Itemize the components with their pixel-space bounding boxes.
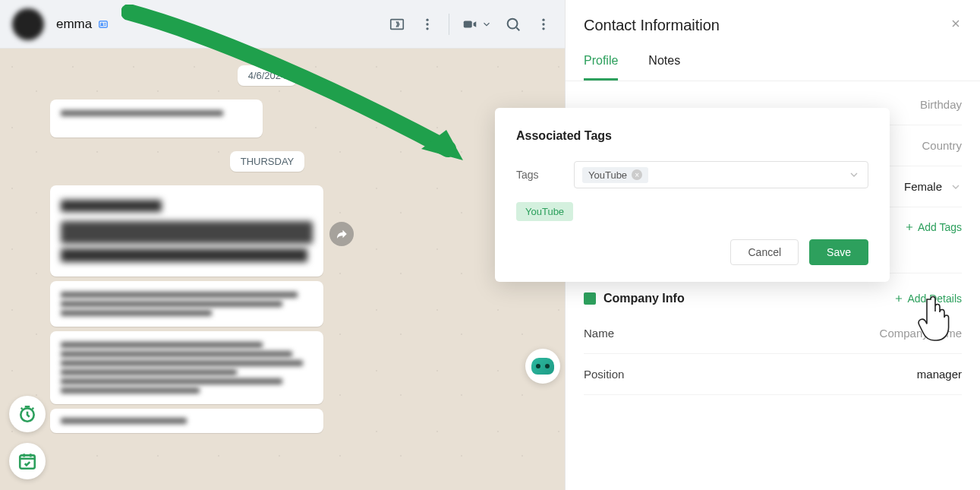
svg-rect-2 xyxy=(391,19,404,29)
birthday-value: Birthday xyxy=(920,98,962,111)
contact-card-icon xyxy=(98,19,109,30)
kebab-icon-1[interactable] xyxy=(418,15,436,33)
plus-icon xyxy=(893,293,904,304)
svg-point-4 xyxy=(426,23,428,25)
contact-avatar[interactable] xyxy=(12,8,44,40)
add-tags-link[interactable]: Add Tags xyxy=(904,221,962,233)
selected-tag-remove-icon[interactable]: × xyxy=(632,169,642,180)
selected-tag-chip[interactable]: YouTube × xyxy=(582,167,648,183)
close-icon[interactable] xyxy=(950,17,962,33)
svg-point-3 xyxy=(426,18,428,21)
panel-title: Contact Informaition xyxy=(584,17,720,34)
field-company-name[interactable]: Name Company Name xyxy=(584,313,962,354)
header-divider xyxy=(449,14,449,35)
tabs: Profile Notes xyxy=(566,48,980,81)
associated-tags-modal: Associated Tags Tags YouTube × YouTube C… xyxy=(495,108,890,282)
cancel-button[interactable]: Cancel xyxy=(730,239,799,265)
contact-name[interactable]: emma xyxy=(56,17,388,32)
svg-point-8 xyxy=(542,18,544,21)
timer-button[interactable] xyxy=(9,396,46,432)
chat-header: emma xyxy=(0,0,565,49)
calendar-button[interactable] xyxy=(9,443,46,479)
chat-panel: emma xyxy=(0,0,565,490)
chat-body[interactable]: 4/6/2024 THURSDAY xyxy=(0,49,565,490)
tab-notes[interactable]: Notes xyxy=(648,48,680,81)
svg-point-9 xyxy=(542,23,544,25)
kebab-icon-2[interactable] xyxy=(534,15,553,33)
svg-rect-6 xyxy=(464,21,472,27)
chat-message[interactable] xyxy=(50,409,323,433)
svg-point-1 xyxy=(101,23,102,24)
contact-name-text: emma xyxy=(56,17,92,32)
chat-message[interactable] xyxy=(50,281,323,327)
position-label: Position xyxy=(584,368,624,381)
svg-rect-12 xyxy=(20,455,35,468)
svg-point-5 xyxy=(426,27,428,30)
modal-title: Associated Tags xyxy=(516,129,868,143)
company-name-label: Name xyxy=(584,327,614,340)
selected-tag-text: YouTube xyxy=(588,169,627,181)
chevron-down-icon xyxy=(950,181,962,193)
quick-reply-icon[interactable] xyxy=(388,15,406,33)
company-icon xyxy=(584,292,596,305)
chat-message[interactable] xyxy=(50,331,323,404)
svg-rect-0 xyxy=(99,21,108,27)
svg-point-7 xyxy=(508,18,518,28)
search-icon[interactable] xyxy=(504,15,522,33)
field-position[interactable]: Position manager xyxy=(584,354,962,395)
video-call-button[interactable] xyxy=(462,16,492,33)
country-value: Country xyxy=(922,139,962,152)
add-tags-label: Add Tags xyxy=(918,221,962,233)
plus-icon xyxy=(904,222,915,232)
chat-message[interactable] xyxy=(50,100,263,138)
tags-field-label: Tags xyxy=(516,169,553,181)
chevron-down-icon xyxy=(481,19,492,30)
position-value: manager xyxy=(917,368,962,381)
chat-message[interactable] xyxy=(50,185,323,277)
day-chip: THURSDAY xyxy=(230,151,305,172)
forward-icon[interactable] xyxy=(329,222,354,246)
gender-value: Female xyxy=(904,180,942,193)
company-info-title: Company Info xyxy=(584,292,685,305)
cursor-hand-icon xyxy=(915,295,953,342)
svg-point-10 xyxy=(542,27,544,30)
save-button[interactable]: Save xyxy=(809,239,868,265)
tab-profile[interactable]: Profile xyxy=(584,48,618,81)
bot-assistant-button[interactable] xyxy=(525,349,560,384)
tag-suggestion-chip[interactable]: YouTube xyxy=(516,202,573,221)
tags-select[interactable]: YouTube × xyxy=(574,161,868,188)
chevron-down-icon xyxy=(848,169,860,181)
date-chip: 4/6/2024 xyxy=(238,65,298,86)
